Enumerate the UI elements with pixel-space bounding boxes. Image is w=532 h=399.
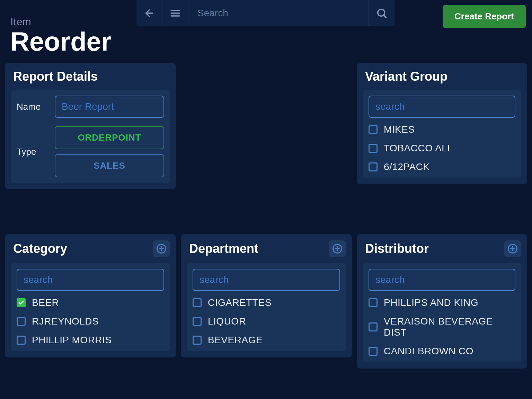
variant-group-card: Variant Group MIKESTOBACCO ALL6/12PACK <box>357 63 527 184</box>
list-item-label: PHILLIP MORRIS <box>32 335 112 346</box>
checkbox[interactable] <box>369 144 378 153</box>
global-search-input[interactable] <box>197 8 360 19</box>
back-button[interactable] <box>136 0 162 26</box>
add-distributor-button[interactable] <box>504 240 521 257</box>
list-item-label: TOBACCO ALL <box>384 143 453 154</box>
plus-circle-icon <box>507 243 518 254</box>
report-details-title: Report Details <box>11 69 170 84</box>
page-eyebrow: Item <box>10 16 111 28</box>
type-orderpoint-button[interactable]: ORDERPOINT <box>55 126 164 149</box>
page-title: Reorder <box>10 26 111 56</box>
search-button[interactable] <box>369 0 394 26</box>
list-item-label: PHILLIPS AND KING <box>384 297 478 308</box>
category-card: Category BEERRJREYNOLDSPHILLIP MORRIS <box>5 234 176 357</box>
category-title: Category <box>13 241 67 256</box>
list-item[interactable]: BEER <box>17 297 164 308</box>
list-item[interactable]: MIKES <box>369 124 515 135</box>
checkbox[interactable] <box>369 125 378 134</box>
list-item-label: BEVERAGE <box>208 335 263 346</box>
list-item[interactable]: PHILLIP MORRIS <box>17 335 164 346</box>
variant-group-list: MIKESTOBACCO ALL6/12PACK <box>369 124 515 172</box>
list-item-label: VERAISON BEVERAGE DIST <box>384 316 515 338</box>
list-item[interactable]: RJREYNOLDS <box>17 316 164 327</box>
checkbox[interactable] <box>17 317 26 326</box>
list-item[interactable]: VERAISON BEVERAGE DIST <box>369 316 515 338</box>
report-details-body: Name Type ORDERPOINT SALES <box>11 90 170 183</box>
report-type-row: Type ORDERPOINT SALES <box>17 126 164 177</box>
checkbox[interactable] <box>369 298 378 307</box>
list-item[interactable]: CIGARETTES <box>193 297 340 308</box>
variant-group-search-input[interactable] <box>369 96 515 118</box>
list-item-label: CIGARETTES <box>208 297 272 308</box>
hamburger-menu-icon <box>170 8 181 19</box>
report-name-input[interactable] <box>55 96 164 118</box>
list-item-label: RJREYNOLDS <box>32 316 99 327</box>
department-list: CIGARETTESLIQUORBEVERAGE <box>193 297 340 346</box>
list-item-label: MIKES <box>384 124 415 135</box>
checkbox[interactable] <box>193 336 202 345</box>
department-card: Department CIGARETTESLIQUORBEVERAGE <box>181 234 352 357</box>
type-label: Type <box>17 147 55 157</box>
name-label: Name <box>17 101 55 112</box>
search-icon <box>376 7 388 19</box>
category-search-input[interactable] <box>17 269 164 291</box>
distributor-body: PHILLIPS AND KINGVERAISON BEVERAGE DISTC… <box>363 263 521 362</box>
checkbox[interactable] <box>193 298 202 307</box>
list-item[interactable]: LIQUOR <box>193 316 340 327</box>
type-buttons-group: ORDERPOINT SALES <box>55 126 164 177</box>
add-department-button[interactable] <box>329 240 346 257</box>
page-heading: Item Reorder <box>10 16 111 56</box>
svg-line-5 <box>384 15 386 17</box>
category-body: BEERRJREYNOLDSPHILLIP MORRIS <box>11 263 170 351</box>
plus-circle-icon <box>156 243 167 254</box>
list-item-label: BEER <box>32 297 59 308</box>
list-item-label: 6/12PACK <box>384 161 430 172</box>
list-item[interactable]: TOBACCO ALL <box>369 143 515 154</box>
add-category-button[interactable] <box>153 240 170 257</box>
search-cluster <box>136 0 394 26</box>
checkbox[interactable] <box>369 347 378 356</box>
checkbox[interactable] <box>193 317 202 326</box>
checkbox[interactable] <box>369 322 378 331</box>
checkbox[interactable] <box>369 162 378 171</box>
global-search-field[interactable] <box>188 0 369 26</box>
arrow-left-icon <box>144 8 155 19</box>
category-list: BEERRJREYNOLDSPHILLIP MORRIS <box>17 297 164 346</box>
list-item[interactable]: 6/12PACK <box>369 161 515 172</box>
list-item[interactable]: CANDI BROWN CO <box>369 346 515 357</box>
menu-button[interactable] <box>162 0 188 26</box>
checkbox[interactable] <box>17 336 26 345</box>
distributor-title: Distributor <box>365 241 429 256</box>
variant-group-title: Variant Group <box>363 69 521 84</box>
department-title: Department <box>189 241 258 256</box>
list-item[interactable]: PHILLIPS AND KING <box>369 297 515 308</box>
type-sales-button[interactable]: SALES <box>55 154 164 177</box>
distributor-list: PHILLIPS AND KINGVERAISON BEVERAGE DISTC… <box>369 297 515 357</box>
list-item-label: LIQUOR <box>208 316 246 327</box>
department-search-input[interactable] <box>193 269 340 291</box>
plus-circle-icon <box>332 243 343 254</box>
create-report-button[interactable]: Create Report <box>443 5 526 28</box>
distributor-card: Distributor PHILLIPS AND KINGVERAISON BE… <box>357 234 527 369</box>
distributor-search-input[interactable] <box>369 269 515 291</box>
variant-group-body: MIKESTOBACCO ALL6/12PACK <box>363 90 521 178</box>
department-body: CIGARETTESLIQUORBEVERAGE <box>187 263 346 351</box>
report-name-row: Name <box>17 96 164 118</box>
checkbox[interactable] <box>17 298 26 307</box>
list-item[interactable]: BEVERAGE <box>193 335 340 346</box>
report-details-card: Report Details Name Type ORDERPOINT SALE… <box>5 63 176 189</box>
list-item-label: CANDI BROWN CO <box>384 346 473 357</box>
